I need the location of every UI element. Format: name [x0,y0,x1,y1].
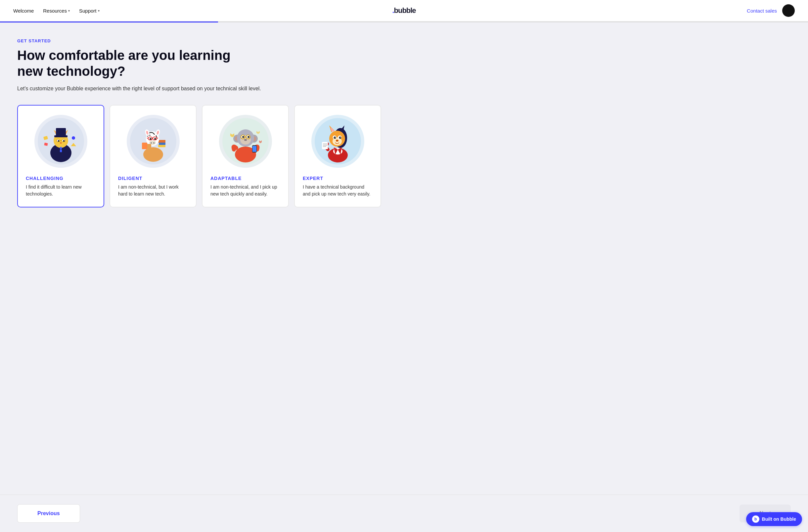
svg-rect-26 [159,142,165,145]
card-adaptable[interactable]: ADAPTABLE I am non-technical, and I pick… [202,105,289,207]
card-illustration-challenging [34,115,87,168]
svg-point-83 [340,137,341,137]
site-logo[interactable]: .bubble [392,6,416,15]
svg-point-80 [333,136,336,139]
svg-rect-7 [56,128,66,136]
svg-rect-18 [44,143,48,146]
svg-point-58 [247,136,250,138]
page-subtitle: Let's customize your Bubble experience w… [17,86,315,92]
card-desc-diligent: I am non-technical, but I work hard to l… [118,184,188,198]
svg-point-19 [72,136,75,140]
svg-point-63 [244,140,245,140]
svg-line-43 [147,138,148,138]
contact-sales-link[interactable]: Contact sales [747,8,777,14]
card-illustration-diligent [127,115,180,168]
svg-point-30 [150,143,152,144]
main-content: GET STARTED How comfortable are you lear… [0,22,808,495]
svg-point-31 [153,143,154,144]
navbar: Welcome Resources ▾ Support ▾ .bubble Co… [0,0,808,21]
card-diligent[interactable]: DILIGENT I am non-technical, but I work … [110,105,197,207]
card-desc-challenging: I find it difficult to learn new technol… [26,184,96,198]
chevron-down-icon: ▾ [98,9,99,13]
svg-rect-66 [253,146,256,152]
chevron-down-icon: ▾ [68,9,70,13]
svg-point-24 [143,147,163,162]
svg-rect-46 [142,143,147,149]
svg-rect-8 [54,135,68,137]
previous-button[interactable]: Previous [17,504,80,523]
svg-point-57 [242,136,244,138]
card-challenging[interactable]: CHALLENGING I find it difficult to learn… [17,105,104,207]
svg-point-84 [336,140,338,142]
progress-bar-fill [0,21,218,22]
card-illustration-adaptable [219,115,272,168]
get-started-label: GET STARTED [17,38,791,43]
challenging-illustration [38,118,84,164]
nav-support[interactable]: Support ▾ [79,8,99,14]
cards-grid: CHALLENGING I find it difficult to learn… [17,105,381,207]
nav-resources[interactable]: Resources ▾ [43,8,70,14]
card-desc-adaptable: I am non-technical, and I pick up new te… [210,184,280,198]
nav-right: Contact sales [747,4,795,17]
svg-rect-88 [322,142,328,149]
svg-point-16 [60,142,62,144]
built-on-bubble-label: Built on Bubble [762,516,796,522]
built-on-bubble-badge[interactable]: b Built on Bubble [746,512,802,526]
progress-bar-container [0,21,808,22]
card-expert[interactable]: EXPERT I have a technical background and… [294,105,381,207]
card-desc-expert: I have a technical background and pick u… [303,184,372,198]
adaptable-illustration [222,118,269,164]
svg-rect-25 [158,145,165,147]
card-title-diligent: DILIGENT [118,176,188,181]
footer: Previous Next [0,495,808,532]
nav-welcome[interactable]: Welcome [13,8,34,14]
expert-illustration [315,118,361,164]
svg-line-44 [157,138,158,138]
svg-point-82 [335,137,335,137]
card-title-challenging: CHALLENGING [26,176,96,181]
card-title-expert: EXPERT [303,176,372,181]
card-illustration-expert [311,115,364,168]
bubble-icon: b [752,515,759,523]
svg-rect-22 [60,149,62,152]
diligent-illustration [130,118,176,164]
svg-point-64 [245,140,246,140]
svg-point-81 [339,136,341,139]
nav-left: Welcome Resources ▾ Support ▾ [13,8,99,14]
page-title: How comfortable are you learning new tec… [17,47,242,79]
avatar[interactable] [782,4,795,17]
card-title-adaptable: ADAPTABLE [210,176,280,181]
